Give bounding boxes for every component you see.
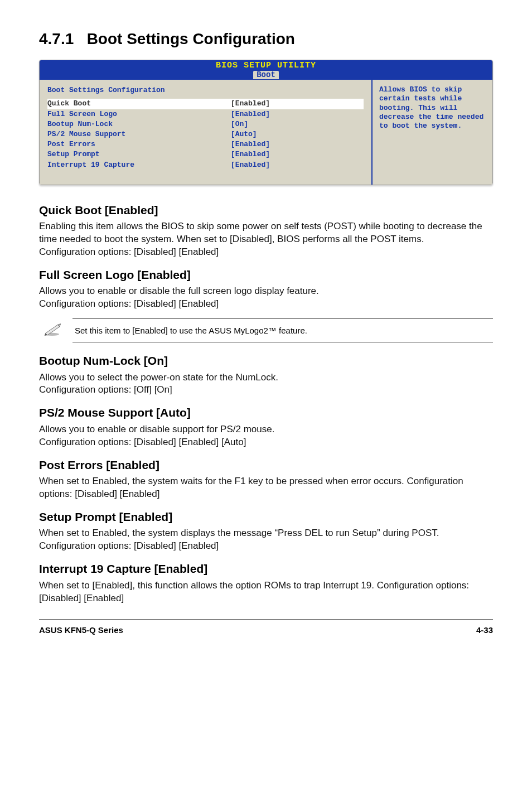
bios-row-value: [Enabled]: [231, 139, 364, 149]
bios-row-label: Quick Boot: [47, 99, 231, 109]
bios-body: Boot Settings Configuration Quick Boot […: [40, 80, 492, 185]
text-interrupt-19: When set to [Enabled], this function all…: [39, 579, 493, 605]
bios-help-text: Allows BIOS to skip certain tests while …: [379, 85, 483, 130]
page-footer: ASUS KFN5-Q Series 4-33: [39, 624, 493, 636]
heading-quick-boot: Quick Boot [Enabled]: [39, 202, 493, 218]
bios-row-bootup-numlock[interactable]: Bootup Num-Lock [On]: [47, 119, 364, 129]
footer-divider: [39, 619, 493, 620]
bios-tab-boot: Boot: [253, 71, 279, 79]
heading-setup-prompt: Setup Prompt [Enabled]: [39, 509, 493, 525]
bios-row-label: Full Screen Logo: [47, 109, 231, 119]
section-heading: 4.7.1 Boot Settings Configuration: [39, 28, 493, 50]
bios-row-interrupt-19[interactable]: Interrupt 19 Capture [Enabled]: [47, 160, 364, 170]
bios-help-panel: Allows BIOS to skip certain tests while …: [373, 80, 492, 185]
text-post-errors: When set to Enabled, the system waits fo…: [39, 475, 493, 501]
bios-panel-heading: Boot Settings Configuration: [47, 85, 364, 95]
bios-row-value: [Auto]: [231, 129, 364, 139]
bios-row-setup-prompt[interactable]: Setup Prompt [Enabled]: [47, 149, 364, 160]
bios-screenshot: BIOS SETUP UTILITY Boot Boot Settings Co…: [39, 60, 493, 185]
bios-row-value: [Enabled]: [231, 109, 364, 119]
heading-full-screen-logo: Full Screen Logo [Enabled]: [39, 267, 493, 283]
note-block: Set this item to [Enabled] to use the AS…: [72, 318, 493, 342]
text-ps2-mouse: Allows you to enable or disable support …: [39, 423, 493, 449]
bios-row-label: Bootup Num-Lock: [47, 119, 231, 129]
text-full-screen-logo: Allows you to enable or disable the full…: [39, 285, 493, 311]
pencil-icon: [43, 322, 62, 339]
text-bootup-numlock: Allows you to select the power-on state …: [39, 371, 493, 397]
footer-left: ASUS KFN5-Q Series: [39, 624, 123, 636]
bios-row-label: PS/2 Mouse Support: [47, 129, 231, 139]
note-text: Set this item to [Enabled] to use the AS…: [75, 325, 307, 336]
bios-row-label: Post Errors: [47, 139, 231, 149]
heading-bootup-numlock: Bootup Num-Lock [On]: [39, 352, 493, 369]
text-setup-prompt: When set to Enabled, the system displays…: [39, 527, 493, 553]
bios-row-value: [Enabled]: [231, 99, 364, 109]
bios-row-post-errors[interactable]: Post Errors [Enabled]: [47, 139, 364, 149]
bios-row-value: [Enabled]: [231, 160, 364, 170]
bios-title: BIOS SETUP UTILITY: [40, 61, 492, 71]
section-title-text: Boot Settings Configuration: [87, 30, 295, 47]
bios-row-ps2-mouse[interactable]: PS/2 Mouse Support [Auto]: [47, 129, 364, 139]
bios-row-label: Setup Prompt: [47, 149, 231, 160]
section-number: 4.7.1: [39, 30, 74, 47]
bios-row-label: Interrupt 19 Capture: [47, 160, 231, 170]
text-quick-boot: Enabling this item allows the BIOS to sk…: [39, 220, 493, 259]
bios-header: BIOS SETUP UTILITY Boot: [40, 60, 492, 80]
bios-settings-panel: Boot Settings Configuration Quick Boot […: [40, 80, 373, 185]
bios-row-value: [On]: [231, 119, 364, 129]
bios-row-full-screen-logo[interactable]: Full Screen Logo [Enabled]: [47, 109, 364, 119]
heading-ps2-mouse: PS/2 Mouse Support [Auto]: [39, 404, 493, 421]
footer-right: 4-33: [476, 624, 493, 636]
bios-row-value: [Enabled]: [231, 149, 364, 160]
heading-interrupt-19: Interrupt 19 Capture [Enabled]: [39, 561, 493, 577]
heading-post-errors: Post Errors [Enabled]: [39, 457, 493, 473]
bios-row-quick-boot[interactable]: Quick Boot [Enabled]: [47, 99, 364, 109]
